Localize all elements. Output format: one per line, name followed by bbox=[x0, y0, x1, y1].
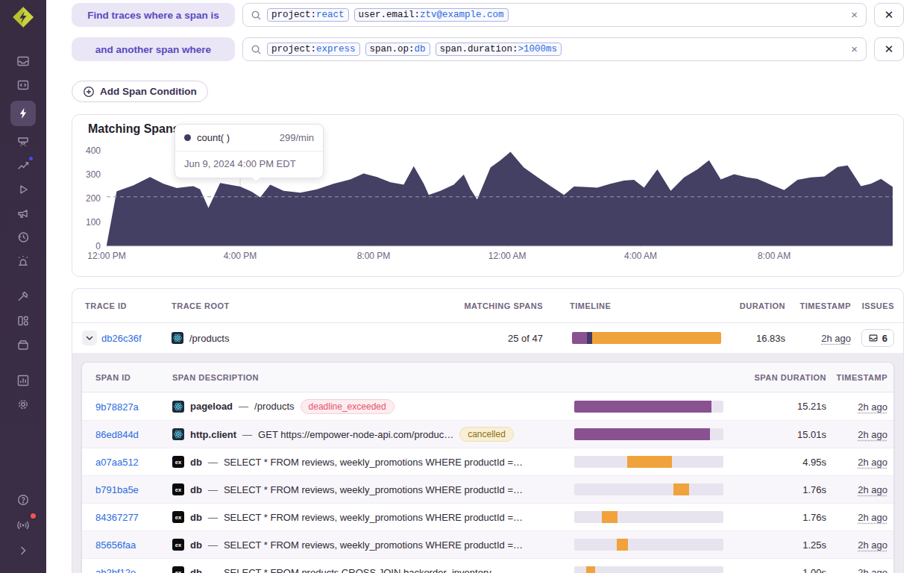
remove-condition-button[interactable]: ✕ bbox=[874, 37, 904, 61]
collapse-trace-button[interactable] bbox=[82, 331, 97, 345]
span-timestamp[interactable]: 2h ago bbox=[858, 539, 887, 551]
span-timestamp[interactable]: 2h ago bbox=[858, 457, 887, 468]
svg-text:ex: ex bbox=[175, 486, 182, 493]
sidebar-item-help[interactable] bbox=[11, 488, 35, 512]
svg-text:ex: ex bbox=[175, 542, 182, 548]
span-status-badge: cancelled bbox=[459, 427, 514, 442]
sidebar-item-history[interactable] bbox=[11, 225, 35, 249]
sidebar-item-issues[interactable] bbox=[11, 49, 35, 73]
span-duration: 1.00s bbox=[725, 567, 826, 573]
col-span-id: SPAN ID bbox=[82, 373, 172, 382]
search-input[interactable]: project:reactuser.email:ztv@example.com … bbox=[242, 3, 867, 27]
span-duration: 1.76s bbox=[725, 484, 826, 495]
sidebar-item-discover[interactable] bbox=[11, 285, 35, 309]
trace-timestamp[interactable]: 2h ago bbox=[821, 333, 851, 344]
span-row[interactable]: ab2bf12e ex db — SELECT * FROM products … bbox=[82, 558, 893, 573]
add-span-condition-button[interactable]: Add Span Condition bbox=[72, 81, 208, 102]
span-id-link[interactable]: b791ba5e bbox=[95, 484, 139, 495]
sidebar-expand-button[interactable] bbox=[11, 539, 35, 563]
megaphone-icon bbox=[16, 206, 31, 221]
bar-chart-icon bbox=[16, 373, 31, 388]
separator: — bbox=[208, 539, 218, 551]
query-token-list: project:reactuser.email:ztv@example.com bbox=[267, 8, 509, 22]
remove-condition-button[interactable]: ✕ bbox=[874, 3, 904, 27]
sidebar-item-feedback[interactable] bbox=[11, 201, 35, 225]
span-id-link[interactable]: a07aa512 bbox=[95, 457, 139, 468]
traces-table-header: TRACE ID TRACE ROOT MATCHING SPANS TIMEL… bbox=[72, 289, 903, 323]
app-logo-icon[interactable] bbox=[10, 4, 36, 30]
sidebar-item-projects[interactable] bbox=[11, 73, 35, 97]
x-tick-label: 12:00 AM bbox=[474, 251, 541, 261]
sidebar-item-insights[interactable] bbox=[11, 154, 35, 178]
siren-icon bbox=[16, 254, 31, 269]
sidebar-item-dashboards[interactable] bbox=[11, 130, 35, 154]
notification-dot bbox=[29, 512, 37, 520]
span-row[interactable]: 84367277 ex db — SELECT * FROM reviews, … bbox=[82, 503, 893, 530]
span-duration-bar bbox=[574, 511, 723, 523]
tooltip-timestamp: Jun 9, 2024 4:00 PM EDT bbox=[175, 151, 323, 178]
sidebar-item-replays[interactable] bbox=[11, 178, 35, 201]
search-icon bbox=[251, 10, 262, 21]
trace-duration: 16.83s bbox=[722, 333, 785, 344]
span-duration-bar bbox=[574, 483, 723, 495]
matching-spans-count: 25 of 47 bbox=[453, 333, 543, 344]
span-id-link[interactable]: 85656faa bbox=[95, 539, 136, 551]
matching-spans-chart-card: Matching Spans 0100200300400 12:00 PM4:0… bbox=[72, 114, 904, 277]
span-description: SELECT * FROM products CROSS JOIN backor… bbox=[224, 567, 491, 573]
sidebar-item-settings[interactable] bbox=[11, 392, 35, 416]
sidebar-item-explore[interactable] bbox=[10, 101, 36, 126]
span-timestamp[interactable]: 2h ago bbox=[858, 484, 887, 495]
sidebar-item-stats[interactable] bbox=[11, 369, 35, 392]
clear-search-icon[interactable]: × bbox=[851, 43, 858, 54]
sidebar-item-alerts[interactable] bbox=[11, 249, 35, 273]
col-trace-id: TRACE ID bbox=[72, 301, 172, 310]
col-issues: ISSUES bbox=[851, 301, 904, 310]
search-input[interactable]: project:expressspan.op:dbspan.duration:>… bbox=[242, 37, 867, 61]
query-token[interactable]: project:express bbox=[267, 43, 360, 56]
col-span-timestamp: TIMESTAMP bbox=[826, 373, 894, 382]
span-id-link[interactable]: 84367277 bbox=[95, 512, 139, 523]
span-duration: 1.25s bbox=[725, 539, 826, 551]
span-row[interactable]: a07aa512 ex db — SELECT * FROM reviews, … bbox=[82, 448, 893, 475]
span-id-link[interactable]: ab2bf12e bbox=[95, 567, 136, 573]
clear-search-icon[interactable]: × bbox=[851, 9, 858, 20]
span-id-link[interactable]: 86ed844d bbox=[95, 429, 139, 440]
span-row[interactable]: 9b78827a pageload — /products deadline_e… bbox=[82, 392, 893, 420]
span-timestamp[interactable]: 2h ago bbox=[858, 512, 887, 523]
span-row[interactable]: b791ba5e ex db — SELECT * FROM reviews, … bbox=[82, 475, 893, 503]
span-duration-bar bbox=[574, 428, 723, 440]
traces-table: TRACE ID TRACE ROOT MATCHING SPANS TIMEL… bbox=[72, 288, 904, 573]
query-token[interactable]: user.email:ztv@example.com bbox=[354, 8, 509, 22]
span-id-link[interactable]: 9b78827a bbox=[95, 401, 139, 413]
sidebar-item-whats-new[interactable] bbox=[11, 513, 35, 537]
trace-id-link[interactable]: db26c36f bbox=[101, 333, 142, 344]
span-timestamp[interactable]: 2h ago bbox=[858, 401, 887, 413]
plus-circle-icon bbox=[83, 86, 95, 98]
issues-icon bbox=[16, 54, 31, 69]
query-token[interactable]: span.op:db bbox=[365, 43, 430, 56]
condition-label: Find traces where a span is bbox=[72, 3, 235, 27]
svg-text:ex: ex bbox=[175, 514, 182, 521]
query-token[interactable]: span.duration:>1000ms bbox=[436, 43, 562, 56]
trace-row[interactable]: db26c36f /products 25 of 47 16.83s 2h ag… bbox=[72, 323, 903, 353]
issues-badge[interactable]: 6 bbox=[861, 329, 894, 347]
sidebar-item-layouts[interactable] bbox=[11, 309, 35, 333]
span-op: db bbox=[190, 457, 202, 468]
col-span-description: SPAN DESCRIPTION bbox=[172, 373, 565, 382]
trace-timeline-bar bbox=[572, 332, 721, 344]
query-token[interactable]: project:react bbox=[267, 8, 349, 22]
sidebar-item-archive[interactable] bbox=[11, 333, 35, 357]
span-op: db bbox=[190, 484, 202, 495]
span-duration: 1.76s bbox=[725, 512, 826, 523]
code-folder-icon bbox=[16, 78, 31, 93]
x-tick-label: 12:00 PM bbox=[73, 251, 140, 261]
span-timestamp[interactable]: 2h ago bbox=[858, 429, 887, 440]
span-description: SELECT * FROM reviews, weekly_promotions… bbox=[224, 457, 523, 468]
y-tick-label: 300 bbox=[75, 169, 101, 180]
span-row[interactable]: 86ed844d http.client — GET https://empow… bbox=[82, 420, 893, 448]
help-icon bbox=[16, 492, 31, 507]
series-dot-icon bbox=[184, 134, 191, 141]
span-description: SELECT * FROM reviews, weekly_promotions… bbox=[224, 539, 523, 551]
span-row[interactable]: 85656faa ex db — SELECT * FROM reviews, … bbox=[82, 530, 893, 558]
span-timestamp[interactable]: 2h ago bbox=[858, 567, 887, 573]
